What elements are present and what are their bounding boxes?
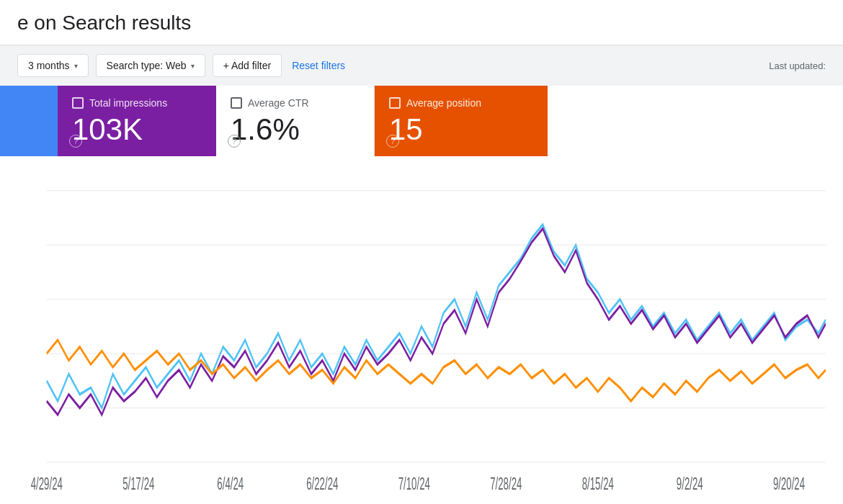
chart-section: 4/29/24 5/17/24 6/4/24 6/22/24 7/10/24 7…	[0, 156, 843, 504]
metric-card-position: Average position 15 ?	[375, 86, 548, 156]
date-range-label: 3 months	[28, 60, 70, 71]
ctr-label-row: Average CTR	[231, 97, 360, 109]
chevron-down-icon: ▾	[74, 62, 78, 70]
blue-line	[47, 225, 826, 408]
add-filter-label: + Add filter	[223, 60, 272, 71]
ctr-value: 1.6%	[231, 113, 360, 146]
header-section: e on Search results	[0, 0, 843, 45]
impressions-label-row: Total impressions	[72, 97, 202, 109]
impressions-icon	[72, 97, 84, 109]
metric-card-clicks	[0, 86, 58, 156]
svg-text:9/20/24: 9/20/24	[773, 474, 805, 490]
svg-text:7/28/24: 7/28/24	[490, 474, 522, 490]
position-value: 15	[389, 113, 533, 146]
add-filter-button[interactable]: + Add filter	[213, 54, 282, 77]
search-type-label: Search type: Web	[107, 60, 187, 71]
impressions-label: Total impressions	[89, 97, 167, 109]
page-wrapper: e on Search results 3 months ▾ Search ty…	[0, 0, 843, 504]
chart-container: 4/29/24 5/17/24 6/4/24 6/22/24 7/10/24 7…	[17, 163, 826, 490]
ctr-label: Average CTR	[248, 97, 309, 109]
purple-line	[47, 229, 826, 415]
svg-text:5/17/24: 5/17/24	[122, 474, 154, 490]
search-type-filter[interactable]: Search type: Web ▾	[96, 54, 205, 77]
metric-card-impressions: Total impressions 103K ?	[58, 86, 216, 156]
position-label-row: Average position	[389, 97, 533, 109]
svg-text:4/29/24: 4/29/24	[31, 474, 63, 490]
orange-line	[47, 340, 826, 401]
metric-card-ctr: Average CTR 1.6% ?	[216, 86, 375, 156]
position-icon	[389, 97, 401, 109]
metrics-section: Total impressions 103K ? Average CTR 1.6…	[0, 86, 843, 156]
svg-text:7/10/24: 7/10/24	[398, 474, 430, 490]
impressions-value: 103K	[72, 113, 202, 146]
page-title: e on Search results	[17, 12, 826, 35]
svg-text:9/2/24: 9/2/24	[677, 474, 703, 490]
reset-filters-label: Reset filters	[292, 60, 345, 71]
svg-text:8/15/24: 8/15/24	[582, 474, 614, 490]
reset-filters-button[interactable]: Reset filters	[289, 55, 348, 76]
ctr-icon	[231, 97, 242, 109]
filters-bar: 3 months ▾ Search type: Web ▾ + Add filt…	[0, 45, 843, 86]
svg-text:6/22/24: 6/22/24	[306, 474, 338, 490]
last-updated-text: Last updated:	[769, 60, 826, 71]
chevron-down-icon: ▾	[191, 62, 195, 70]
line-chart: 4/29/24 5/17/24 6/4/24 6/22/24 7/10/24 7…	[17, 163, 826, 490]
position-label: Average position	[406, 97, 481, 109]
date-range-filter[interactable]: 3 months ▾	[17, 54, 89, 77]
svg-text:6/4/24: 6/4/24	[217, 474, 244, 490]
